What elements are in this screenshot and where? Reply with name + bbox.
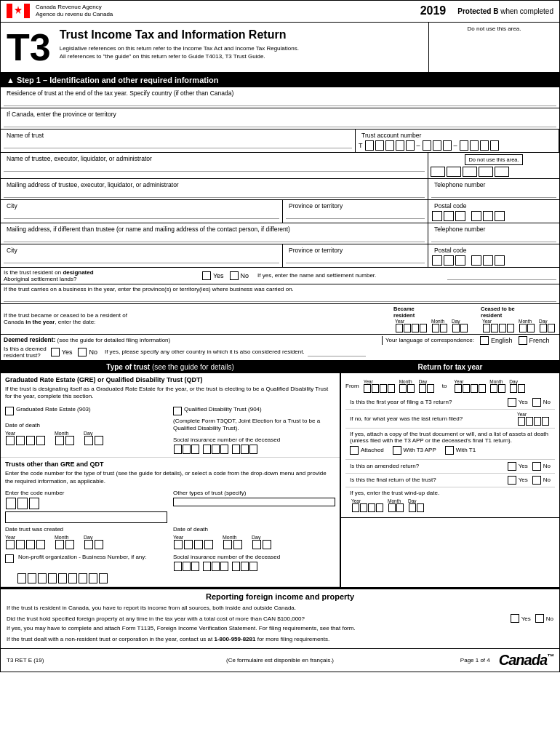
with-t1-checkbox[interactable] — [445, 446, 454, 455]
by2[interactable] — [404, 324, 411, 332]
fy3[interactable] — [380, 384, 387, 393]
with-t3app-checkbox[interactable] — [393, 446, 401, 455]
province-input-2[interactable] — [286, 255, 425, 263]
residence-input[interactable] — [4, 98, 556, 106]
acct-box-1[interactable] — [365, 140, 374, 151]
acct-box-7[interactable] — [433, 140, 441, 151]
cy4[interactable] — [507, 324, 514, 332]
wuy2[interactable] — [360, 503, 367, 512]
sin9[interactable] — [249, 445, 257, 454]
cdd1[interactable] — [540, 324, 547, 332]
dm1[interactable] — [55, 436, 64, 445]
npo-bn-5[interactable] — [58, 573, 67, 583]
ns9[interactable] — [249, 562, 257, 571]
province-input-1[interactable] — [286, 211, 425, 219]
acct-box-11[interactable] — [480, 140, 489, 151]
cm1[interactable] — [519, 324, 527, 332]
telephone-input-2[interactable] — [431, 234, 556, 242]
bd1[interactable] — [452, 324, 460, 332]
postal-box-4[interactable] — [471, 211, 481, 221]
acct-box-3[interactable] — [385, 140, 394, 151]
d2y3[interactable] — [194, 540, 203, 549]
dm2[interactable] — [65, 436, 74, 445]
fm2[interactable] — [407, 384, 415, 393]
wuy4[interactable] — [376, 503, 383, 512]
fy4[interactable] — [388, 384, 395, 393]
attached-checkbox[interactable] — [350, 446, 359, 455]
ns7[interactable] — [232, 562, 240, 571]
qdt-checkbox[interactable] — [173, 407, 182, 415]
postal-box-1[interactable] — [432, 211, 442, 221]
ns1[interactable] — [174, 562, 182, 571]
by4[interactable] — [420, 324, 427, 332]
fy2[interactable] — [372, 384, 379, 393]
tm2[interactable] — [498, 384, 505, 393]
acct-box-5[interactable] — [406, 140, 415, 151]
ns2[interactable] — [183, 562, 191, 571]
d2y1[interactable] — [174, 540, 183, 549]
gre-checkbox[interactable] — [5, 407, 14, 415]
d2m1[interactable] — [223, 540, 232, 549]
postal-box-2[interactable] — [444, 211, 454, 221]
postal-box-11[interactable] — [483, 255, 493, 266]
postal-box-7[interactable] — [432, 255, 442, 266]
td1[interactable] — [510, 384, 517, 393]
final-no-checkbox[interactable] — [532, 476, 541, 485]
ty3[interactable] — [471, 384, 478, 393]
deemed-yes-checkbox[interactable] — [51, 348, 60, 356]
ty4[interactable] — [479, 384, 486, 393]
clb2[interactable] — [17, 498, 28, 509]
acct-box-6[interactable] — [423, 140, 431, 151]
d2y4[interactable] — [204, 540, 213, 549]
postal-box-8[interactable] — [444, 255, 454, 266]
lry1[interactable] — [518, 417, 525, 426]
dtcd2[interactable] — [95, 540, 103, 549]
dd2[interactable] — [95, 436, 103, 445]
deemed-country-input[interactable] — [308, 348, 366, 356]
first-year-yes-checkbox[interactable] — [508, 398, 516, 407]
npo-bn-3[interactable] — [38, 573, 47, 583]
reporting-yes-checkbox[interactable] — [511, 614, 519, 623]
by3[interactable] — [412, 324, 419, 332]
bm1[interactable] — [432, 324, 439, 332]
city-input-2[interactable] — [4, 255, 279, 263]
d2d1[interactable] — [252, 540, 261, 549]
code-dropdown[interactable] — [5, 511, 167, 523]
dtcm2[interactable] — [65, 540, 74, 549]
mailing-address-trustee-input[interactable] — [4, 190, 425, 198]
sin8[interactable] — [241, 445, 249, 454]
french-checkbox[interactable] — [519, 336, 527, 345]
npo-bn-9[interactable] — [99, 573, 108, 583]
sin2[interactable] — [183, 445, 191, 454]
acct-box-2[interactable] — [375, 140, 384, 151]
ty1[interactable] — [455, 384, 462, 393]
dtcd1[interactable] — [84, 540, 93, 549]
amended-no-checkbox[interactable] — [532, 462, 541, 471]
d2m2[interactable] — [233, 540, 242, 549]
postal-box-10[interactable] — [471, 255, 481, 266]
dtcy4[interactable] — [36, 540, 45, 549]
d2d2[interactable] — [263, 540, 271, 549]
ns8[interactable] — [241, 562, 249, 571]
bm2[interactable] — [440, 324, 447, 332]
wum1[interactable] — [388, 503, 396, 512]
aboriginal-answer-input[interactable] — [447, 272, 556, 280]
dtcy1[interactable] — [6, 540, 15, 549]
bd2[interactable] — [460, 324, 468, 332]
lry3[interactable] — [534, 417, 541, 426]
ns6[interactable] — [220, 562, 228, 571]
clb3[interactable] — [29, 498, 39, 509]
trustee-name-input[interactable] — [4, 164, 425, 172]
cdd2[interactable] — [548, 324, 555, 332]
cy1[interactable] — [483, 324, 490, 332]
name-of-trust-input[interactable] — [4, 140, 352, 148]
wud2[interactable] — [417, 503, 424, 512]
canada-province-input[interactable] — [4, 119, 556, 127]
npo-bn-2[interactable] — [28, 573, 36, 583]
final-yes-checkbox[interactable] — [508, 476, 516, 485]
dy1[interactable] — [6, 436, 15, 445]
npo-bn-4[interactable] — [48, 573, 57, 583]
ns3[interactable] — [191, 562, 199, 571]
wud1[interactable] — [409, 503, 416, 512]
postal-box-5[interactable] — [483, 211, 493, 221]
